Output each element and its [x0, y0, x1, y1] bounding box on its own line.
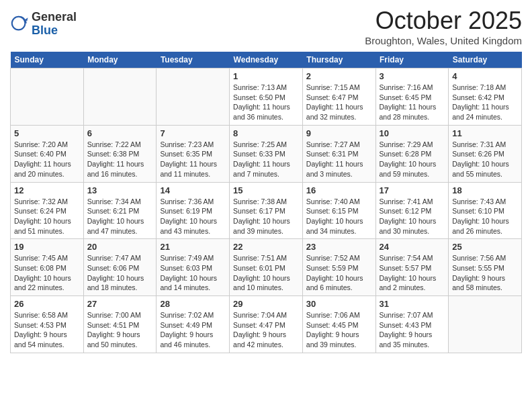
day-number: 28 [160, 299, 226, 309]
calendar-week-row: 19Sunrise: 7:45 AM Sunset: 6:08 PM Dayli… [11, 239, 522, 296]
day-number: 27 [87, 299, 153, 309]
calendar-cell: 2Sunrise: 7:15 AM Sunset: 6:47 PM Daylig… [302, 68, 375, 126]
day-number: 10 [380, 128, 445, 138]
calendar-cell: 6Sunrise: 7:22 AM Sunset: 6:38 PM Daylig… [83, 125, 157, 182]
day-number: 12 [14, 185, 80, 195]
calendar-week-row: 12Sunrise: 7:32 AM Sunset: 6:24 PM Dayli… [11, 182, 522, 239]
day-number: 16 [306, 185, 372, 195]
cell-info: Sunrise: 7:51 AM Sunset: 6:01 PM Dayligh… [233, 253, 299, 293]
weekday-header-friday: Friday [375, 52, 449, 68]
cell-info: Sunrise: 7:25 AM Sunset: 6:33 PM Dayligh… [233, 140, 299, 179]
cell-info: Sunrise: 7:54 AM Sunset: 5:57 PM Dayligh… [380, 253, 445, 293]
day-number: 17 [380, 185, 445, 195]
cell-info: Sunrise: 7:15 AM Sunset: 6:47 PM Dayligh… [306, 83, 372, 122]
weekday-header-sunday: Sunday [11, 52, 84, 68]
day-number: 3 [380, 71, 445, 81]
calendar-cell: 19Sunrise: 7:45 AM Sunset: 6:08 PM Dayli… [11, 239, 84, 296]
day-number: 2 [306, 71, 372, 81]
cell-info: Sunrise: 7:22 AM Sunset: 6:38 PM Dayligh… [87, 140, 153, 179]
day-number: 24 [380, 242, 445, 252]
cell-info: Sunrise: 6:58 AM Sunset: 4:53 PM Dayligh… [14, 310, 80, 350]
weekday-header-wednesday: Wednesday [230, 52, 303, 68]
calendar-cell: 21Sunrise: 7:49 AM Sunset: 6:03 PM Dayli… [157, 239, 230, 296]
cell-info: Sunrise: 7:02 AM Sunset: 4:49 PM Dayligh… [160, 310, 226, 350]
title-block: October 2025 Broughton, Wales, United Ki… [365, 7, 522, 46]
calendar-cell: 7Sunrise: 7:23 AM Sunset: 6:35 PM Daylig… [157, 125, 230, 182]
calendar-cell: 1Sunrise: 7:13 AM Sunset: 6:50 PM Daylig… [230, 68, 303, 126]
cell-info: Sunrise: 7:13 AM Sunset: 6:50 PM Dayligh… [233, 83, 299, 122]
day-number: 26 [14, 299, 80, 309]
calendar-cell: 18Sunrise: 7:43 AM Sunset: 6:10 PM Dayli… [449, 182, 522, 239]
day-number: 1 [233, 71, 299, 81]
cell-info: Sunrise: 7:40 AM Sunset: 6:15 PM Dayligh… [306, 197, 372, 236]
day-number: 29 [233, 299, 299, 309]
calendar-cell: 13Sunrise: 7:34 AM Sunset: 6:21 PM Dayli… [83, 182, 157, 239]
cell-info: Sunrise: 7:27 AM Sunset: 6:31 PM Dayligh… [306, 140, 372, 179]
day-number: 4 [452, 71, 518, 81]
calendar-cell: 8Sunrise: 7:25 AM Sunset: 6:33 PM Daylig… [230, 125, 303, 182]
day-number: 8 [233, 128, 299, 138]
cell-info: Sunrise: 7:29 AM Sunset: 6:28 PM Dayligh… [380, 140, 445, 179]
calendar-table: SundayMondayTuesdayWednesdayThursdayFrid… [10, 52, 522, 353]
calendar-cell: 5Sunrise: 7:20 AM Sunset: 6:40 PM Daylig… [11, 125, 84, 182]
calendar-cell: 10Sunrise: 7:29 AM Sunset: 6:28 PM Dayli… [375, 125, 449, 182]
calendar-cell: 28Sunrise: 7:02 AM Sunset: 4:49 PM Dayli… [157, 296, 230, 353]
cell-info: Sunrise: 7:04 AM Sunset: 4:47 PM Dayligh… [233, 310, 299, 350]
calendar-cell [83, 68, 157, 126]
cell-info: Sunrise: 7:20 AM Sunset: 6:40 PM Dayligh… [14, 140, 80, 179]
month-title: October 2025 [365, 7, 522, 35]
cell-info: Sunrise: 7:47 AM Sunset: 6:06 PM Dayligh… [87, 253, 153, 293]
calendar-cell: 17Sunrise: 7:41 AM Sunset: 6:12 PM Dayli… [375, 182, 449, 239]
cell-info: Sunrise: 7:43 AM Sunset: 6:10 PM Dayligh… [452, 197, 518, 236]
day-number: 11 [452, 128, 518, 138]
calendar-cell: 25Sunrise: 7:56 AM Sunset: 5:55 PM Dayli… [449, 239, 522, 296]
calendar-cell: 30Sunrise: 7:06 AM Sunset: 4:45 PM Dayli… [302, 296, 375, 353]
calendar-cell: 24Sunrise: 7:54 AM Sunset: 5:57 PM Dayli… [375, 239, 449, 296]
logo-general-text: General [32, 10, 77, 24]
day-number: 6 [87, 128, 153, 138]
calendar-cell: 27Sunrise: 7:00 AM Sunset: 4:51 PM Dayli… [83, 296, 157, 353]
cell-info: Sunrise: 7:41 AM Sunset: 6:12 PM Dayligh… [380, 197, 445, 236]
page-header: General Blue October 2025 Broughton, Wal… [10, 7, 522, 46]
weekday-header-thursday: Thursday [302, 52, 375, 68]
cell-info: Sunrise: 7:45 AM Sunset: 6:08 PM Dayligh… [14, 253, 80, 293]
cell-info: Sunrise: 7:23 AM Sunset: 6:35 PM Dayligh… [160, 140, 226, 179]
weekday-header-tuesday: Tuesday [157, 52, 230, 68]
day-number: 7 [160, 128, 226, 138]
calendar-week-row: 26Sunrise: 6:58 AM Sunset: 4:53 PM Dayli… [11, 296, 522, 353]
logo-icon [10, 15, 29, 34]
calendar-cell: 26Sunrise: 6:58 AM Sunset: 4:53 PM Dayli… [11, 296, 84, 353]
cell-info: Sunrise: 7:31 AM Sunset: 6:26 PM Dayligh… [452, 140, 518, 179]
calendar-cell: 11Sunrise: 7:31 AM Sunset: 6:26 PM Dayli… [449, 125, 522, 182]
calendar-cell [157, 68, 230, 126]
day-number: 9 [306, 128, 372, 138]
calendar-week-row: 1Sunrise: 7:13 AM Sunset: 6:50 PM Daylig… [11, 68, 522, 126]
calendar-cell: 14Sunrise: 7:36 AM Sunset: 6:19 PM Dayli… [157, 182, 230, 239]
day-number: 18 [452, 185, 518, 195]
day-number: 23 [306, 242, 372, 252]
day-number: 30 [306, 299, 372, 309]
cell-info: Sunrise: 7:52 AM Sunset: 5:59 PM Dayligh… [306, 253, 372, 293]
calendar-cell: 3Sunrise: 7:16 AM Sunset: 6:45 PM Daylig… [375, 68, 449, 126]
day-number: 25 [452, 242, 518, 252]
cell-info: Sunrise: 7:07 AM Sunset: 4:43 PM Dayligh… [380, 310, 445, 350]
logo: General Blue [10, 11, 77, 38]
day-number: 19 [14, 242, 80, 252]
calendar-cell [11, 68, 84, 126]
cell-info: Sunrise: 7:32 AM Sunset: 6:24 PM Dayligh… [14, 197, 80, 236]
weekday-header-row: SundayMondayTuesdayWednesdayThursdayFrid… [11, 52, 522, 68]
cell-info: Sunrise: 7:34 AM Sunset: 6:21 PM Dayligh… [87, 197, 153, 236]
calendar-cell: 29Sunrise: 7:04 AM Sunset: 4:47 PM Dayli… [230, 296, 303, 353]
cell-info: Sunrise: 7:00 AM Sunset: 4:51 PM Dayligh… [87, 310, 153, 350]
day-number: 14 [160, 185, 226, 195]
day-number: 15 [233, 185, 299, 195]
calendar-cell: 4Sunrise: 7:18 AM Sunset: 6:42 PM Daylig… [449, 68, 522, 126]
day-number: 13 [87, 185, 153, 195]
location: Broughton, Wales, United Kingdom [365, 35, 522, 46]
cell-info: Sunrise: 7:18 AM Sunset: 6:42 PM Dayligh… [452, 83, 518, 122]
calendar-cell [449, 296, 522, 353]
weekday-header-saturday: Saturday [449, 52, 522, 68]
calendar-cell: 22Sunrise: 7:51 AM Sunset: 6:01 PM Dayli… [230, 239, 303, 296]
cell-info: Sunrise: 7:36 AM Sunset: 6:19 PM Dayligh… [160, 197, 226, 236]
cell-info: Sunrise: 7:56 AM Sunset: 5:55 PM Dayligh… [452, 253, 518, 293]
